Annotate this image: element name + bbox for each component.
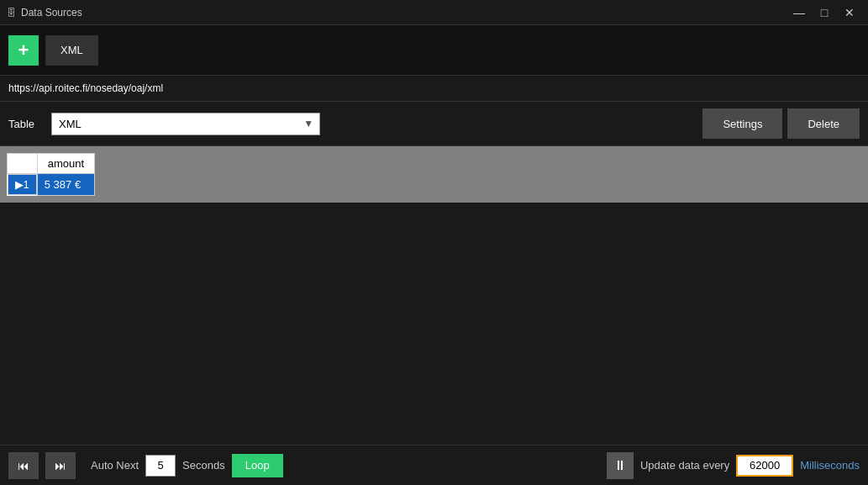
minimize-button[interactable]: —	[787, 3, 811, 22]
pause-button[interactable]: ⏸	[607, 452, 634, 479]
table-header-row: amount	[8, 154, 95, 174]
table-label: Table	[8, 118, 34, 130]
toolbar: + XML	[0, 25, 868, 76]
update-label: Update data every	[640, 459, 729, 472]
footer-right: ⏸ Update data every Milliseconds	[607, 452, 860, 479]
pause-icon: ⏸	[613, 458, 627, 473]
next-icon: ⏭	[55, 459, 66, 472]
title-bar-controls: — □ ✕	[787, 3, 861, 22]
seconds-input[interactable]	[145, 455, 176, 477]
app-title: Data Sources	[21, 7, 82, 18]
prev-button[interactable]: ⏮	[8, 452, 39, 479]
url-text: https://api.roitec.fi/noseday/oaj/xml	[8, 82, 163, 94]
table-select[interactable]: XML	[51, 113, 320, 135]
data-area: amount ▶1 5 387 €	[0, 146, 868, 203]
next-button[interactable]: ⏭	[45, 452, 76, 479]
ms-input[interactable]	[736, 455, 793, 477]
maximize-button[interactable]: □	[813, 3, 836, 22]
row-number: ▶1	[8, 174, 37, 195]
column-header-amount: amount	[37, 154, 94, 174]
seconds-label: Seconds	[182, 459, 225, 472]
ms-label: Milliseconds	[800, 459, 860, 472]
cell-amount: 5 387 €	[37, 174, 94, 196]
table-select-wrap: XML ▼	[51, 113, 320, 135]
loop-button[interactable]: Loop	[232, 454, 283, 477]
title-bar-left: 🗄 Data Sources	[7, 7, 82, 18]
close-button[interactable]: ✕	[838, 3, 861, 22]
add-button[interactable]: +	[8, 35, 39, 66]
config-actions: Settings Delete	[702, 108, 860, 139]
footer: ⏮ ⏭ Auto Next Seconds Loop ⏸ Update data…	[0, 445, 868, 485]
title-bar: 🗄 Data Sources — □ ✕	[0, 0, 868, 25]
table-config: Table XML ▼ Settings Delete	[0, 102, 868, 146]
prev-icon: ⏮	[18, 459, 29, 472]
delete-button[interactable]: Delete	[787, 108, 860, 139]
url-bar: https://api.roitec.fi/noseday/oaj/xml	[0, 76, 868, 102]
settings-button[interactable]: Settings	[702, 108, 782, 139]
auto-next-label: Auto Next	[91, 459, 139, 472]
row-num-header	[8, 154, 38, 174]
app-icon: 🗄	[7, 8, 16, 18]
data-table: amount ▶1 5 387 €	[7, 153, 95, 196]
table-row[interactable]: ▶1 5 387 €	[8, 174, 95, 196]
xml-button[interactable]: XML	[45, 35, 98, 66]
